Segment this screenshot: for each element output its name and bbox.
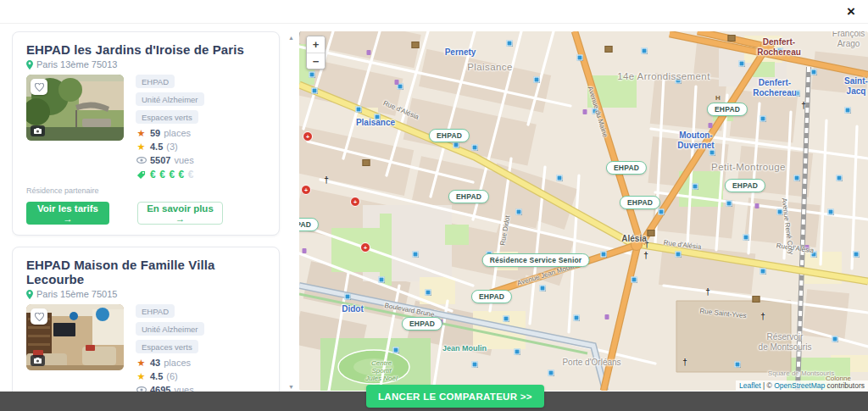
residence-map-marker[interactable]: Résidence Service Senior (482, 253, 590, 267)
see-prices-button[interactable]: Voir les tarifs → (26, 202, 109, 225)
map-container[interactable]: H†††††††++++PernetyPlaisancePlaisance14e… (299, 31, 868, 391)
landmark-poi-icon (605, 46, 613, 53)
transit-stop-marker[interactable] (453, 142, 459, 148)
favorite-button[interactable] (31, 308, 47, 325)
leaflet-link[interactable]: Leaflet (739, 381, 761, 390)
transit-stop-marker[interactable] (777, 209, 783, 215)
learn-more-button[interactable]: En savoir plus → (137, 202, 223, 225)
transit-stop-marker[interactable] (828, 209, 834, 215)
transit-stop-marker[interactable] (515, 349, 520, 355)
transit-stop-marker[interactable] (811, 252, 817, 258)
transit-stop-marker[interactable] (659, 209, 665, 215)
transit-stop-marker[interactable] (413, 252, 419, 258)
transit-stop-marker[interactable] (735, 362, 741, 368)
transit-stop-marker[interactable] (642, 48, 648, 54)
osm-link[interactable]: OpenStreetMap (774, 381, 825, 390)
card-title[interactable]: EHPAD Maison de Famille Villa Lecourbe (26, 258, 265, 286)
card-title[interactable]: EHPAD les Jardins d'Iroise de Paris (26, 42, 265, 57)
transit-stop-marker[interactable] (601, 252, 607, 258)
transit-stop-marker[interactable] (743, 235, 749, 241)
transit-stop-marker[interactable] (794, 91, 800, 97)
hospital-marker[interactable]: + (303, 131, 313, 142)
scroll-up-icon[interactable]: ▲ (288, 35, 294, 41)
transit-stop-marker[interactable] (345, 294, 351, 300)
transit-stop-marker[interactable] (794, 175, 800, 181)
transit-stop-marker[interactable] (356, 107, 362, 113)
transit-stop-marker[interactable] (534, 77, 540, 83)
rating-stat: ★4.5(3) (136, 142, 265, 152)
transit-stop-marker[interactable] (845, 108, 851, 114)
transit-stop-marker[interactable] (676, 252, 682, 258)
transit-stop-marker[interactable] (593, 108, 598, 114)
church-poi-icon: † (760, 312, 765, 321)
map-zoom-control: + − (306, 36, 326, 69)
hospital-marker[interactable]: + (360, 242, 370, 253)
transit-stop-marker[interactable] (574, 315, 580, 321)
hospital-marker[interactable]: + (350, 197, 360, 207)
transit-stop-marker[interactable] (760, 116, 766, 122)
photo-count-badge (31, 355, 45, 366)
transit-stop-marker[interactable] (312, 88, 318, 94)
transit-stop-marker[interactable] (832, 336, 838, 342)
close-button[interactable]: × (842, 3, 860, 19)
ehpad-map-marker[interactable]: EHPAD (402, 317, 442, 330)
transit-stop-marker[interactable] (632, 277, 637, 283)
camera-icon (34, 358, 42, 364)
transit-stop-marker[interactable] (504, 316, 509, 322)
transit-stop-marker[interactable] (557, 175, 563, 181)
transit-stop-marker[interactable] (426, 290, 431, 296)
card-photo[interactable] (26, 304, 124, 370)
transit-stop-marker[interactable] (726, 201, 732, 207)
ehpad-map-marker[interactable]: EHPAD (725, 179, 765, 192)
map-label: Plaisance (467, 62, 512, 73)
transit-stop-marker[interactable] (811, 69, 817, 75)
result-card: EHPAD Maison de Famille Villa LecourbePa… (12, 247, 280, 411)
ehpad-map-marker[interactable]: EHPAD (471, 290, 512, 303)
transit-stop-marker[interactable] (676, 78, 682, 84)
shop-poi-icon (367, 50, 371, 55)
ehpad-map-marker[interactable]: EHPAD (620, 196, 660, 209)
places-icon: ★ (136, 358, 147, 368)
transit-stop-marker[interactable] (693, 184, 698, 190)
transit-stop-marker[interactable] (379, 277, 385, 283)
transit-stop-marker[interactable] (739, 61, 745, 67)
scroll-down-icon[interactable]: ▼ (288, 384, 294, 390)
transit-stop-marker[interactable] (507, 41, 513, 47)
transit-stop-marker[interactable] (472, 145, 478, 151)
ehpad-map-marker[interactable]: EHPAD (299, 218, 319, 231)
price-stat: €€€€€ (136, 169, 265, 181)
ehpad-map-marker[interactable]: EHPAD (429, 129, 470, 142)
card-photo[interactable] (26, 75, 124, 141)
transit-stop-marker[interactable] (375, 114, 381, 120)
shop-poi-icon (709, 123, 713, 128)
map-attribution: Leaflet | © OpenStreetMap contributors (736, 380, 868, 391)
church-poi-icon: † (682, 358, 687, 367)
ehpad-map-marker[interactable]: EHPAD (448, 190, 489, 203)
transit-stop-marker[interactable] (577, 55, 583, 61)
church-poi-icon: † (644, 240, 649, 249)
hospital-marker[interactable]: + (301, 185, 311, 195)
map-label: Avenue René Coty (780, 197, 794, 255)
transit-stop-marker[interactable] (837, 175, 843, 181)
places-stat: ★59places (136, 128, 265, 138)
attribution-suffix: contributors (825, 381, 865, 390)
map-label: Square de Montsouris (768, 369, 834, 377)
transit-stop-marker[interactable] (472, 362, 478, 368)
ehpad-map-marker[interactable]: EHPAD (606, 161, 647, 175)
favorite-button[interactable] (31, 79, 47, 95)
transit-stop-marker[interactable] (516, 209, 522, 215)
result-card: EHPAD les Jardins d'Iroise de ParisParis… (12, 31, 280, 236)
transit-stop-marker[interactable] (709, 150, 715, 156)
map-zoom-in-button[interactable]: + (307, 36, 325, 53)
transit-stop-marker[interactable] (548, 370, 554, 376)
ehpad-map-marker[interactable]: EHPAD (707, 103, 748, 116)
feature-tag: Espaces verts (136, 110, 198, 124)
transit-stop-marker[interactable] (393, 347, 399, 353)
transit-stop-marker[interactable] (777, 48, 783, 54)
transit-stop-marker[interactable] (760, 269, 766, 275)
transit-stop-marker[interactable] (309, 72, 315, 78)
map-zoom-out-button[interactable]: − (307, 53, 325, 69)
launch-comparator-button[interactable]: LANCER LE COMPARATEUR >> (366, 385, 544, 408)
transit-stop-marker[interactable] (854, 252, 860, 258)
transit-stop-marker[interactable] (540, 286, 546, 292)
